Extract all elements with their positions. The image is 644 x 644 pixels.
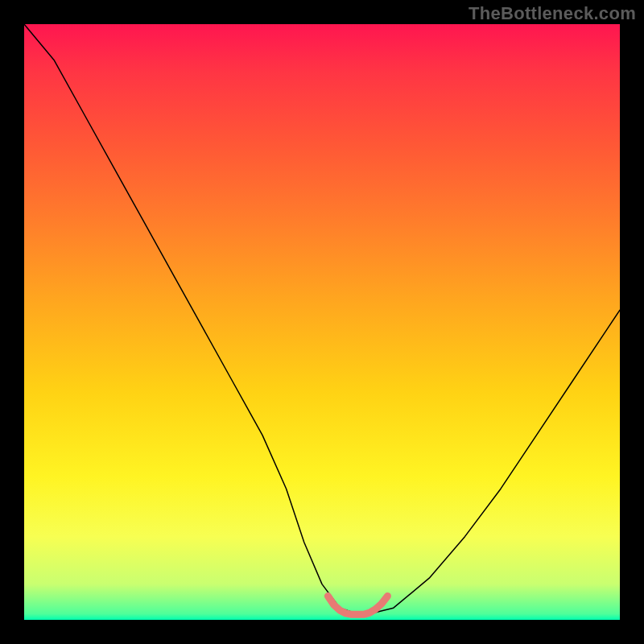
watermark-text: TheBottleneck.com xyxy=(469,3,636,24)
chart-frame: TheBottleneck.com xyxy=(0,0,644,644)
curve-layer xyxy=(24,24,620,620)
bottleneck-curve xyxy=(24,24,620,614)
plot-area xyxy=(24,24,620,620)
